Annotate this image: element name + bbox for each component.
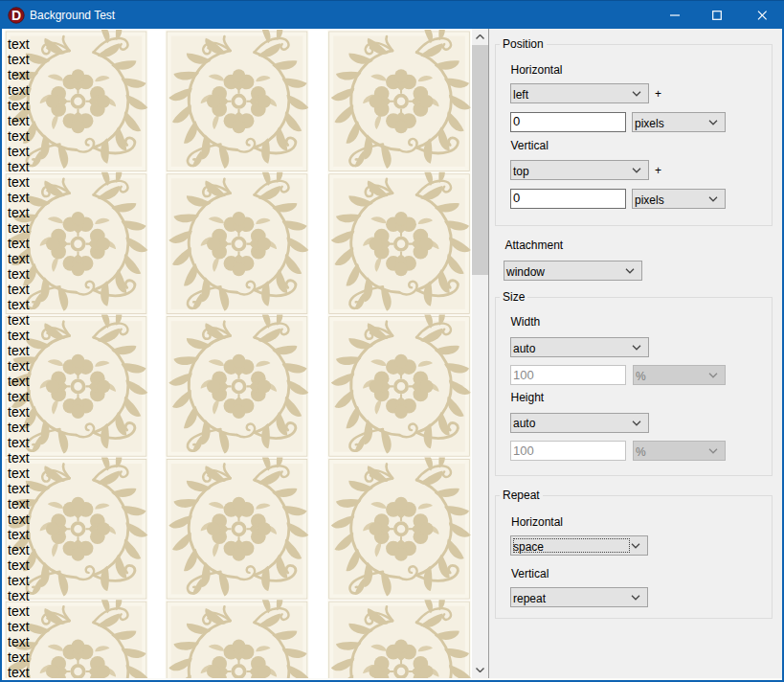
svg-text:D: D [11, 8, 21, 23]
